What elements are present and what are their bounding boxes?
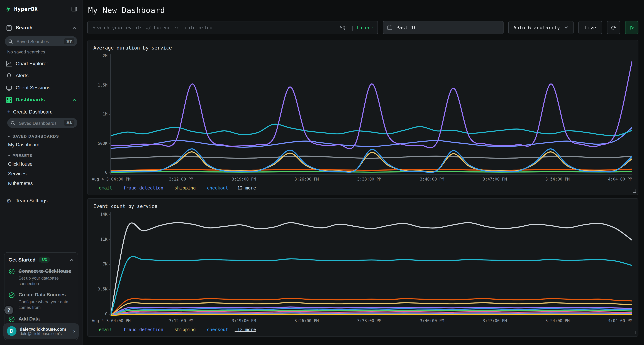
refresh-icon: ⟳ xyxy=(611,24,616,31)
event-search-input[interactable] xyxy=(92,24,337,31)
x-tick-label: 3:19:00 PM xyxy=(232,319,256,323)
legend-item[interactable]: —email xyxy=(94,185,112,191)
resize-handle[interactable] xyxy=(633,189,636,193)
brand-logo[interactable]: HyperDX xyxy=(5,6,38,12)
query-language-toggle: SQL | Lucene xyxy=(340,25,373,30)
granularity-select[interactable]: Auto Granularity xyxy=(508,21,574,34)
sidebar-item-client-sessions[interactable]: Client Sessions xyxy=(4,82,78,94)
y-tick-label: 11K xyxy=(100,237,110,242)
logo-row: HyperDX xyxy=(5,6,77,12)
get-started-item[interactable]: Create Data Sources Configure where your… xyxy=(8,292,74,310)
y-tick-label: 1.5M xyxy=(98,83,110,87)
legend-item[interactable]: —fraud-detection xyxy=(118,185,163,191)
y-tick-label: 500K xyxy=(98,141,110,145)
sidebar-item-team-settings[interactable]: ⚙ Team Settings xyxy=(4,195,78,207)
legend-swatch: — xyxy=(202,327,205,332)
legend-label: checkout xyxy=(207,185,228,191)
resize-handle[interactable] xyxy=(633,331,636,334)
series-line-service-7 xyxy=(111,257,632,316)
x-tick-label: 3:33:00 PM xyxy=(357,177,382,181)
legend-more-link[interactable]: +12 more xyxy=(235,327,256,332)
get-started-header[interactable]: Get Started 3/3 xyxy=(8,257,74,263)
app-window: HyperDX Search ⌘K No saved searches xyxy=(0,0,644,345)
get-started-item[interactable]: Connect to ClickHouse Set up your databa… xyxy=(8,268,74,287)
legend-item[interactable]: —checkout xyxy=(202,185,228,191)
saved-dashboards-input[interactable]: ⌘K xyxy=(7,118,78,128)
sidebar-item-label: Search xyxy=(16,25,69,31)
sidebar-item-label: Client Sessions xyxy=(16,85,76,91)
sidebar-item-alerts[interactable]: Alerts xyxy=(4,69,78,82)
collapse-sidebar-icon[interactable] xyxy=(71,6,77,12)
user-email: dale@clickhouse.com xyxy=(20,327,70,331)
chart-legend: —email—fraud-detection—shipping—checkout… xyxy=(92,185,632,191)
chart-explorer-icon xyxy=(6,60,12,67)
x-tick-label: Aug 4 3:04:00 PM xyxy=(92,319,130,323)
x-tick-label: Aug 4 3:04:00 PM xyxy=(92,177,130,181)
chart-plot[interactable] xyxy=(110,212,632,316)
presets-group-header[interactable]: PRESETS xyxy=(6,150,78,159)
chevron-down-icon xyxy=(7,135,10,138)
sql-toggle[interactable]: SQL xyxy=(340,25,348,30)
series-line-service-10 xyxy=(111,314,632,316)
saved-searches-input[interactable]: ⌘K xyxy=(5,36,77,46)
calendar-icon xyxy=(387,25,393,30)
legend-swatch: — xyxy=(94,327,97,332)
sidebar-item-clickhouse[interactable]: ClickHouse xyxy=(6,159,78,169)
legend-item[interactable]: —shipping xyxy=(170,327,196,332)
sidebar-item-kubernetes[interactable]: Kubernetes xyxy=(6,179,78,188)
x-tick-label: 4:04:00 PM xyxy=(608,319,632,323)
y-tick-label: 7K xyxy=(103,262,110,266)
legend-swatch: — xyxy=(94,185,97,191)
chevron-down-icon xyxy=(7,154,10,157)
legend-item[interactable]: —fraud-detection xyxy=(118,327,163,332)
help-button[interactable]: ? xyxy=(4,306,14,315)
legend-label: shipping xyxy=(174,185,196,191)
y-tick-label: 3.5K xyxy=(98,287,110,291)
page-title: My New Dashboard xyxy=(88,6,638,15)
series-line-service-8 xyxy=(111,60,632,149)
legend-item[interactable]: —checkout xyxy=(202,327,228,332)
run-query-button[interactable] xyxy=(625,21,638,34)
live-button[interactable]: Live xyxy=(578,21,602,34)
user-menu[interactable]: D dale@clickhouse.com dale@clickhouse.co… xyxy=(3,323,79,339)
sidebar-item-chart-explorer[interactable]: Chart Explorer xyxy=(4,57,78,70)
chart-title: Event count by service xyxy=(94,204,632,209)
x-tick-label: 3:40:00 PM xyxy=(420,319,444,323)
series-line-service-6 xyxy=(111,169,632,171)
series-line-service-5 xyxy=(111,223,632,316)
x-tick-label: 3:47:00 PM xyxy=(483,319,507,323)
x-tick-label: 3:26:00 PM xyxy=(294,319,318,323)
legend-item[interactable]: —email xyxy=(94,327,112,332)
gear-icon: ⚙ xyxy=(6,198,12,204)
time-range-value: Past 1h xyxy=(396,25,417,30)
create-dashboard-button[interactable]: + Create Dashboard xyxy=(6,106,78,115)
sidebar: HyperDX Search ⌘K No saved searches xyxy=(0,0,82,345)
lucene-toggle[interactable]: Lucene xyxy=(356,25,373,30)
no-saved-searches-text: No saved searches xyxy=(4,49,78,57)
user-team: dale@clickhouse.com's xyxy=(20,331,70,336)
sidebar-item-label: Alerts xyxy=(16,73,76,78)
x-tick-label: 3:54:00 PM xyxy=(546,319,570,323)
refresh-button[interactable]: ⟳ xyxy=(607,21,620,34)
saved-dashboards-group-header[interactable]: SAVED DASHBOARDS xyxy=(6,130,78,140)
chart-plot[interactable] xyxy=(110,54,632,175)
legend-more-link[interactable]: +12 more xyxy=(235,185,256,191)
x-tick-label: 3:47:00 PM xyxy=(483,177,507,181)
get-started-progress-badge: 3/3 xyxy=(39,257,50,263)
legend-item[interactable]: —shipping xyxy=(170,185,196,191)
sidebar-item-my-dashboard[interactable]: My Dashboard xyxy=(6,140,78,150)
event-search-box[interactable]: SQL | Lucene xyxy=(87,21,378,34)
sidebar-item-search[interactable]: Search xyxy=(4,22,78,34)
x-axis: Aug 4 3:04:00 PM3:12:00 PM3:19:00 PM3:26… xyxy=(92,177,632,181)
saved-searches-field[interactable] xyxy=(16,38,62,44)
legend-label: fraud-detection xyxy=(123,185,163,191)
saved-dashboards-field[interactable] xyxy=(18,120,62,126)
time-range-picker[interactable]: Past 1h xyxy=(383,21,504,34)
x-tick-label: 3:40:00 PM xyxy=(420,177,444,181)
sidebar-item-services[interactable]: Services xyxy=(6,169,78,179)
legend-label: email xyxy=(99,327,112,332)
y-axis: 14K11K7K3.5K0 xyxy=(92,212,110,316)
sidebar-item-dashboards[interactable]: Dashboards xyxy=(4,94,78,106)
shortcut-badge: ⌘K xyxy=(64,38,74,44)
monitor-icon xyxy=(6,84,12,91)
